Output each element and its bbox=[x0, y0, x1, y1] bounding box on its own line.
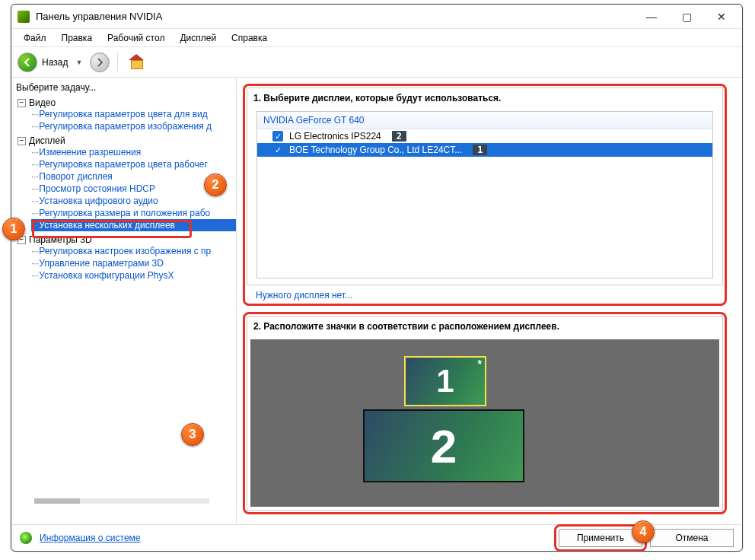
titlebar: Панель управления NVIDIA ― ▢ ✕ bbox=[11, 5, 742, 29]
tree-connector-icon: ···· bbox=[31, 159, 38, 170]
menubar: Файл Правка Рабочий стол Дисплей Справка bbox=[11, 29, 742, 47]
maximize-button[interactable]: ▢ bbox=[669, 5, 704, 28]
app-window: Панель управления NVIDIA ― ▢ ✕ Файл Прав… bbox=[11, 4, 743, 552]
sidebar-item[interactable]: ····Установка нескольких дисплеев bbox=[31, 219, 236, 231]
tree-group-display[interactable]: − Дисплей bbox=[18, 135, 236, 146]
sidebar-item[interactable]: ····Установка цифрового аудио bbox=[31, 195, 236, 207]
tree-connector-icon: ···· bbox=[31, 270, 38, 281]
display-name: LG Electronics IPS224 bbox=[289, 131, 381, 142]
sidebar-item-label: Управление параметрами 3D bbox=[39, 258, 164, 269]
main-panel: 1. Выберите дисплеи, которые будут испол… bbox=[237, 78, 742, 525]
collapse-icon[interactable]: − bbox=[18, 137, 26, 145]
back-button[interactable] bbox=[18, 52, 37, 72]
nvidia-icon bbox=[18, 11, 30, 23]
sidebar-item-label: Установка нескольких дисплеев bbox=[39, 220, 175, 231]
sidebar-item[interactable]: ····Регулировка параметров изображения д bbox=[31, 120, 236, 132]
tree-group-video[interactable]: − Видео bbox=[18, 97, 236, 108]
task-header: Выберите задачу... bbox=[14, 81, 236, 97]
sidebar-item-label: Просмотр состояния HDCP bbox=[39, 183, 155, 194]
menu-help[interactable]: Справка bbox=[225, 31, 273, 45]
display-box-2[interactable]: 2 bbox=[363, 409, 524, 482]
section-select-displays-highlight: 1. Выберите дисплеи, которые будут испол… bbox=[243, 84, 727, 306]
sidebar-item[interactable]: ····Регулировка параметров цвета для вид bbox=[31, 108, 236, 120]
sidebar-item-label: Установка конфигурации PhysX bbox=[39, 270, 174, 281]
cancel-button[interactable]: Отмена bbox=[650, 529, 734, 547]
back-dropdown-icon[interactable]: ▼ bbox=[72, 59, 85, 66]
sidebar-hscrollbar[interactable] bbox=[34, 498, 209, 504]
tree-connector-icon: ···· bbox=[31, 183, 38, 194]
tree-group-3d[interactable]: − Параметры 3D bbox=[18, 234, 236, 245]
sidebar-item[interactable]: ····Регулировка параметров цвета рабочег bbox=[31, 158, 236, 170]
system-info-icon bbox=[20, 532, 32, 544]
callout-3: 3 bbox=[181, 423, 204, 446]
display-arrangement-canvas[interactable]: 1 * 2 bbox=[250, 339, 719, 507]
sidebar-item-label: Установка цифрового аудио bbox=[39, 196, 158, 206]
sidebar-item[interactable]: ····Установка конфигурации PhysX bbox=[31, 269, 236, 282]
tree-connector-icon: ···· bbox=[31, 208, 38, 218]
sidebar-item-label: Регулировка параметров цвета рабочег bbox=[39, 159, 208, 170]
menu-edit[interactable]: Правка bbox=[56, 31, 99, 45]
display-row[interactable]: ✓BOE Technology Group Co., Ltd LE24CT...… bbox=[257, 143, 712, 157]
sidebar-item-label: Регулировка настроек изображения с пр bbox=[39, 246, 211, 256]
tree-connector-icon: ···· bbox=[31, 196, 38, 206]
close-button[interactable]: ✕ bbox=[704, 5, 739, 28]
task-tree: − Видео ····Регулировка параметров цвета… bbox=[14, 97, 236, 282]
tree-connector-icon: ···· bbox=[31, 171, 38, 182]
tree-connector-icon: ···· bbox=[31, 121, 38, 132]
menu-display[interactable]: Дисплей bbox=[174, 31, 222, 45]
missing-display-link[interactable]: Нужного дисплея нет... bbox=[247, 285, 352, 302]
back-label: Назад bbox=[42, 57, 68, 68]
tree-connector-icon: ···· bbox=[31, 109, 38, 119]
sidebar: Выберите задачу... − Видео ····Регулиров… bbox=[11, 78, 237, 525]
section-arrange-highlight: 2. Расположите значки в соответствии с р… bbox=[243, 312, 727, 514]
display-number-tag: 2 bbox=[392, 131, 406, 142]
system-info-link[interactable]: Информация о системе bbox=[40, 533, 140, 543]
sidebar-item[interactable]: ····Изменение разрешения bbox=[31, 146, 236, 158]
checkbox-icon[interactable]: ✓ bbox=[272, 131, 283, 142]
sidebar-item[interactable]: ····Управление параметрами 3D bbox=[31, 257, 236, 269]
sidebar-item-label: Регулировка параметров изображения д bbox=[39, 121, 212, 132]
sidebar-item-label: Изменение разрешения bbox=[39, 147, 141, 158]
checkbox-icon[interactable]: ✓ bbox=[272, 145, 283, 155]
callout-2: 2 bbox=[204, 173, 227, 196]
sidebar-item[interactable]: ····Регулировка настроек изображения с п… bbox=[31, 245, 236, 257]
display-name: BOE Technology Group Co., Ltd LE24CT... bbox=[289, 145, 462, 155]
forward-button[interactable] bbox=[90, 52, 110, 72]
tree-connector-icon: ···· bbox=[31, 246, 38, 256]
sidebar-item[interactable]: ····Регулировка размера и положения рабо bbox=[31, 207, 236, 219]
sidebar-item-label: Регулировка параметров цвета для вид bbox=[39, 109, 207, 119]
sidebar-item-label: Поворот дисплея bbox=[39, 171, 113, 182]
menu-file[interactable]: Файл bbox=[18, 31, 53, 45]
window-title: Панель управления NVIDIA bbox=[36, 11, 634, 22]
minimize-button[interactable]: ― bbox=[634, 5, 669, 28]
gpu-list: NVIDIA GeForce GT 640 ✓LG Electronics IP… bbox=[256, 111, 713, 278]
tree-connector-icon: ···· bbox=[31, 147, 38, 158]
toolbar: Назад ▼ bbox=[11, 47, 742, 78]
menu-desktop[interactable]: Рабочий стол bbox=[101, 31, 170, 45]
display-number-tag: 1 bbox=[473, 145, 487, 155]
section1-title: 1. Выберите дисплеи, которые будут испол… bbox=[247, 88, 722, 108]
home-icon[interactable] bbox=[129, 54, 145, 71]
tree-connector-icon: ···· bbox=[31, 258, 38, 269]
tree-connector-icon: ···· bbox=[31, 220, 38, 231]
section2-title: 2. Расположите значки в соответствии с р… bbox=[247, 317, 722, 336]
primary-star-icon: * bbox=[478, 358, 482, 370]
apply-button[interactable]: Применить bbox=[559, 529, 642, 547]
callout-1: 1 bbox=[2, 218, 25, 240]
collapse-icon[interactable]: − bbox=[18, 99, 26, 107]
callout-4: 4 bbox=[632, 520, 655, 543]
gpu-name[interactable]: NVIDIA GeForce GT 640 bbox=[257, 112, 712, 129]
display-row[interactable]: ✓LG Electronics IPS2242 bbox=[257, 129, 712, 143]
display-box-1[interactable]: 1 * bbox=[404, 356, 486, 406]
sidebar-item-label: Регулировка размера и положения рабо bbox=[39, 208, 210, 218]
